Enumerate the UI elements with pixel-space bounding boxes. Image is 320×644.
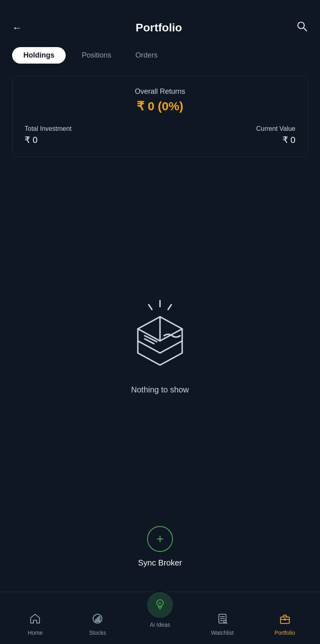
page-title: Portfolio: [135, 21, 182, 34]
empty-text: Nothing to show: [131, 385, 189, 394]
bottom-nav: Home Stocks AI Ai Ideas: [0, 592, 320, 644]
svg-line-4: [160, 341, 182, 353]
returns-card: Overall Returns ₹ 0 (0%) Total Investmen…: [12, 76, 308, 157]
sync-broker-section: + Sync Broker: [0, 510, 320, 592]
nav-item-stocks[interactable]: Stocks: [66, 607, 129, 636]
svg-rect-29: [284, 619, 286, 620]
header: ← Portfolio: [0, 0, 320, 43]
sync-broker-label: Sync Broker: [138, 558, 182, 568]
returns-value: ₹ 0 (0%): [25, 99, 295, 113]
search-icon[interactable]: [296, 20, 308, 35]
ai-ideas-bg: AI: [146, 591, 174, 619]
current-value-value: ₹ 0: [256, 135, 295, 145]
stocks-icon: [92, 613, 103, 627]
home-icon: [29, 613, 41, 627]
svg-line-1: [303, 28, 307, 31]
svg-line-12: [168, 305, 171, 310]
current-value-label: Current Value: [256, 125, 295, 132]
tab-orders[interactable]: Orders: [127, 47, 166, 64]
total-investment-col: Total Investment ₹ 0: [25, 125, 72, 145]
svg-rect-15: [97, 618, 98, 621]
empty-state: Nothing to show: [0, 169, 320, 510]
svg-rect-14: [96, 619, 97, 621]
svg-line-11: [149, 305, 152, 310]
ai-ideas-icon: AI: [152, 597, 168, 613]
current-value-col: Current Value ₹ 0: [256, 125, 295, 145]
total-investment-label: Total Investment: [25, 125, 72, 132]
main-content: Overall Returns ₹ 0 (0%) Total Investmen…: [0, 72, 320, 644]
nav-label-watchlist: Watchlist: [211, 630, 234, 636]
nav-item-portfolio[interactable]: Portfolio: [254, 607, 316, 636]
empty-box-icon: [120, 293, 200, 373]
nav-item-watchlist[interactable]: Watchlist: [191, 607, 254, 636]
plus-icon: +: [156, 533, 164, 545]
watchlist-icon: [217, 613, 228, 627]
svg-text:AI: AI: [158, 602, 161, 605]
back-button[interactable]: ←: [12, 22, 22, 33]
total-investment-value: ₹ 0: [25, 135, 72, 145]
nav-label-portfolio: Portfolio: [274, 630, 295, 636]
sync-broker-button[interactable]: +: [147, 526, 173, 552]
nav-label-ai-ideas: Ai Ideas: [150, 621, 170, 628]
tab-positions[interactable]: Positions: [74, 47, 119, 64]
returns-row: Total Investment ₹ 0 Current Value ₹ 0: [25, 125, 295, 145]
nav-item-home[interactable]: Home: [4, 607, 66, 636]
nav-label-stocks: Stocks: [89, 630, 106, 636]
svg-rect-16: [99, 617, 100, 621]
nav-label-home: Home: [28, 630, 43, 636]
tab-holdings[interactable]: Holdings: [12, 47, 66, 64]
svg-line-26: [226, 623, 227, 624]
svg-line-5: [138, 329, 160, 341]
returns-label: Overall Returns: [25, 87, 295, 96]
nav-item-ai-ideas[interactable]: AI Ai Ideas: [129, 591, 191, 628]
portfolio-icon: [279, 613, 291, 627]
tabs-container: Holdings Positions Orders: [0, 43, 320, 72]
svg-line-3: [138, 341, 160, 353]
